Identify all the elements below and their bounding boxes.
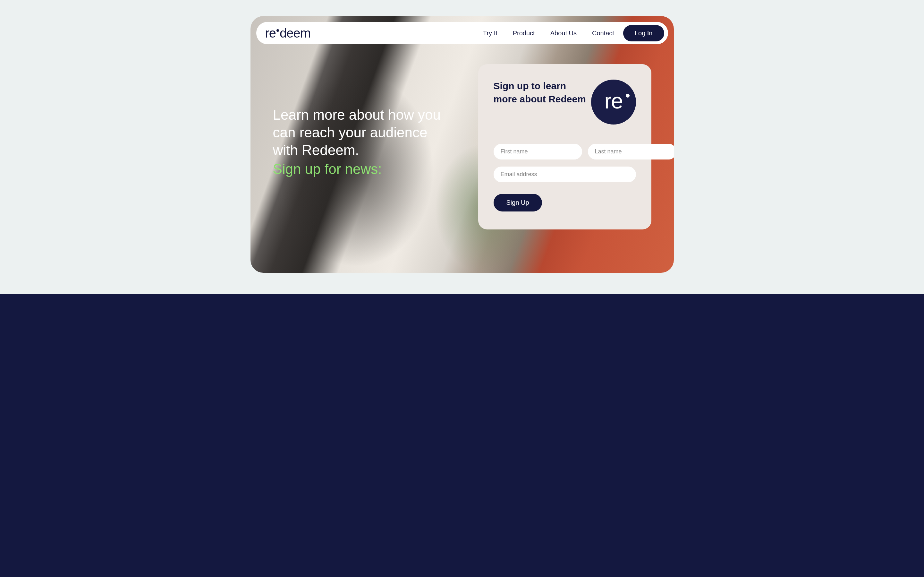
logo-dot-icon	[276, 29, 279, 32]
hero-text-block: Learn more about how you can reach your …	[273, 106, 453, 178]
hero-card: re deem Try It Product About Us Contact …	[251, 16, 674, 273]
nav-link-try-it[interactable]: Try It	[483, 29, 497, 37]
brand-circle-icon: re	[591, 80, 636, 124]
brand-circle-dot-icon	[626, 94, 630, 98]
signup-header: Sign up to learn more about Redeem re	[493, 80, 636, 124]
nav-link-product[interactable]: Product	[513, 29, 535, 37]
last-name-input[interactable]	[588, 144, 674, 160]
signup-button[interactable]: Sign Up	[493, 194, 542, 211]
nav-link-contact[interactable]: Contact	[592, 29, 614, 37]
nav-links: Try It Product About Us Contact	[483, 29, 614, 37]
logo-prefix: re	[265, 26, 276, 40]
brand-circle-text: re	[604, 88, 622, 113]
page-dark-band	[0, 294, 924, 577]
nav-link-about-us[interactable]: About Us	[550, 29, 577, 37]
hero-cta-text: Sign up for news:	[273, 160, 453, 178]
signup-card: Sign up to learn more about Redeem re Si…	[478, 64, 651, 229]
name-input-row	[493, 144, 636, 160]
brand-logo[interactable]: re deem	[265, 26, 483, 40]
page-container: re deem Try It Product About Us Contact …	[251, 0, 674, 289]
login-button[interactable]: Log In	[623, 25, 664, 41]
signup-title: Sign up to learn more about Redeem	[493, 80, 590, 106]
logo-suffix: deem	[280, 26, 310, 40]
hero-headline: Learn more about how you can reach your …	[273, 106, 453, 159]
first-name-input[interactable]	[493, 144, 582, 160]
email-input[interactable]	[493, 166, 636, 182]
navbar: re deem Try It Product About Us Contact …	[256, 22, 668, 44]
